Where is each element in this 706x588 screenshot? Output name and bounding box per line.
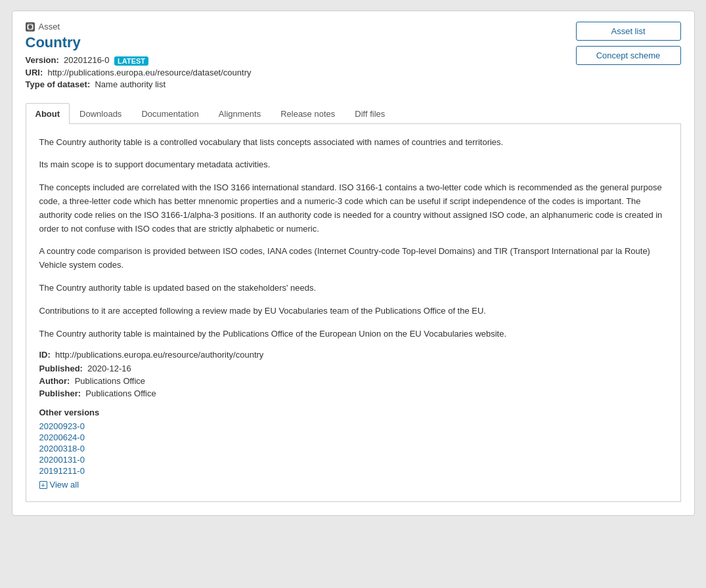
view-all-label: View all	[50, 480, 79, 490]
other-versions-title: Other versions	[39, 408, 667, 417]
version-value: 20201216-0	[64, 55, 109, 65]
asset-icon	[26, 22, 35, 32]
top-bar: Asset Country Version: 20201216-0 LATEST…	[26, 22, 681, 91]
about-para-3: The concepts included are correlated wit…	[39, 181, 667, 236]
id-value: http://publications.europa.eu/resource/a…	[55, 350, 263, 360]
svg-point-2	[28, 25, 32, 29]
content-area: The Country authority table is a control…	[26, 124, 681, 503]
uri-line: URI: http://publications.europa.eu/resou…	[26, 68, 252, 77]
tab-downloads[interactable]: Downloads	[70, 103, 131, 124]
version-link-3[interactable]: 20200131-0	[39, 455, 667, 465]
view-all-link[interactable]: + View all	[39, 480, 79, 490]
right-buttons: Asset list Concept scheme	[576, 22, 681, 65]
version-line: Version: 20201216-0 LATEST	[26, 55, 252, 66]
tab-alignments[interactable]: Alignments	[209, 103, 271, 124]
left-header: Asset Country Version: 20201216-0 LATEST…	[26, 22, 252, 91]
asset-text: Asset	[39, 22, 60, 32]
asset-list-button[interactable]: Asset list	[576, 22, 681, 41]
version-label: Version:	[26, 55, 59, 65]
other-versions: Other versions 20200923-0 20200624-0 202…	[39, 408, 667, 490]
published-value: 2020-12-16	[87, 364, 131, 373]
concept-scheme-button[interactable]: Concept scheme	[576, 46, 681, 65]
id-line: ID: http://publications.europa.eu/resour…	[39, 350, 667, 360]
type-label: Type of dataset:	[26, 79, 91, 89]
tab-diff-files[interactable]: Diff files	[345, 103, 395, 124]
version-link-1[interactable]: 20200624-0	[39, 432, 667, 442]
published-line: Published: 2020-12-16	[39, 364, 667, 373]
about-meta: ID: http://publications.europa.eu/resour…	[39, 350, 667, 398]
about-para-6: Contributions to it are accepted followi…	[39, 304, 667, 318]
about-para-4: A country code comparison is provided be…	[39, 245, 667, 272]
version-link-4[interactable]: 20191211-0	[39, 466, 667, 476]
latest-badge: LATEST	[114, 56, 148, 66]
about-para-5: The Country authority table is updated b…	[39, 282, 667, 295]
plus-icon: +	[39, 481, 47, 489]
publisher-value: Publications Office	[85, 388, 156, 398]
uri-value: http://publications.europa.eu/resource/d…	[47, 68, 251, 77]
publisher-line: Publisher: Publications Office	[39, 388, 667, 398]
tab-documentation[interactable]: Documentation	[131, 103, 208, 124]
id-label: ID:	[39, 350, 51, 360]
page-title: Country	[26, 34, 252, 51]
author-value: Publications Office	[75, 376, 145, 386]
type-value: Name authority list	[95, 79, 165, 89]
about-para-1: The Country authority table is a control…	[39, 136, 667, 150]
tab-release-notes[interactable]: Release notes	[271, 103, 345, 124]
publisher-label: Publisher:	[39, 388, 81, 398]
tab-about[interactable]: About	[26, 103, 70, 124]
tabs-bar: About Downloads Documentation Alignments…	[26, 103, 681, 124]
version-link-2[interactable]: 20200318-0	[39, 444, 667, 453]
version-link-0[interactable]: 20200923-0	[39, 421, 667, 431]
author-line: Author: Publications Office	[39, 376, 667, 386]
asset-label: Asset	[26, 22, 252, 32]
type-line: Type of dataset: Name authority list	[26, 79, 252, 89]
main-card: Asset Country Version: 20201216-0 LATEST…	[12, 10, 695, 516]
author-label: Author:	[39, 376, 70, 386]
about-para-2: Its main scope is to support documentary…	[39, 158, 667, 172]
uri-label: URI:	[26, 68, 43, 77]
about-para-7: The Country authority table is maintaine…	[39, 327, 667, 341]
published-label: Published:	[39, 364, 83, 373]
